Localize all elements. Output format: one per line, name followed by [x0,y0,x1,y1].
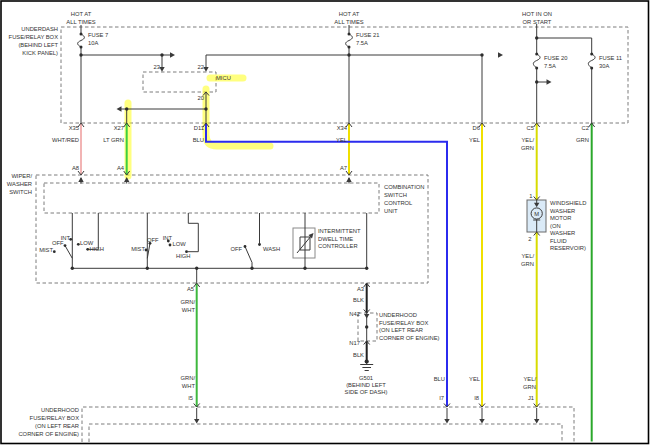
motor-pin-1: 1 [529,193,532,199]
micu-label: MICU [216,75,231,81]
conn-c5: C5 [527,125,534,131]
wire-blk-2: BLK [353,352,364,358]
pin-22: 22 [198,64,204,70]
conn-i5: I5 [188,395,193,401]
conn-a8: A8 [72,165,79,171]
sw1-off: OFF [52,240,64,246]
wiring-diagram-page: HOT ATALL TIMESUNDERDASHFUSE/RELAY BOX(B… [0,0,650,445]
conn-i8: I8 [474,395,479,401]
wire-blu-1: BLU [193,137,204,143]
conn-a3: A3 [357,286,364,292]
wire-yel-3: YEL [469,376,481,382]
sw1-high: HIGH [90,246,105,252]
sw2-off: OFF [147,237,159,243]
wiper-switch-label: WIPER/WASHERSWITCH [7,173,33,195]
sw3-wash: WASH [263,246,280,252]
wire-ltgrn: LT GRN [103,137,124,143]
conn-n17: N17 [349,340,360,346]
wire-blk-1: BLK [353,297,364,303]
sw2-int: INT [163,235,173,241]
sw2-high: HIGH [176,253,191,259]
pin-20: 20 [198,95,204,101]
conn-x27: X27 [114,125,124,131]
wire-yel-2: YEL [469,137,481,143]
conn-c2: C2 [582,125,589,131]
wire-yel-1: YEL [336,137,348,143]
conn-j1: J1 [528,395,534,401]
conn-d11: D11 [194,125,204,131]
sw3-off: OFF [230,246,242,252]
wiring-diagram: HOT ATALL TIMESUNDERDASHFUSE/RELAY BOX(B… [0,0,650,445]
conn-n42: N42 [349,311,360,317]
pin-23: 23 [154,64,160,70]
motor-m-letter: M [534,211,539,217]
wire-grn-1: GRN [576,137,589,143]
conn-x34: X34 [337,125,348,131]
motor-pin-2: 2 [528,236,531,242]
sw2-mist: MIST [131,246,145,252]
conn-i7: I7 [439,395,444,401]
wire-whtred: WHT/RED [52,137,79,143]
conn-a7: A7 [340,165,347,171]
wire-blu-2: BLU [434,376,445,382]
conn-x35: X35 [69,125,79,131]
conn-d6: D6 [473,125,480,131]
conn-a4: A4 [117,165,125,171]
sw2-low: LOW [173,241,187,247]
conn-a5: A5 [187,286,194,292]
sw1-mist: MIST [39,247,53,253]
